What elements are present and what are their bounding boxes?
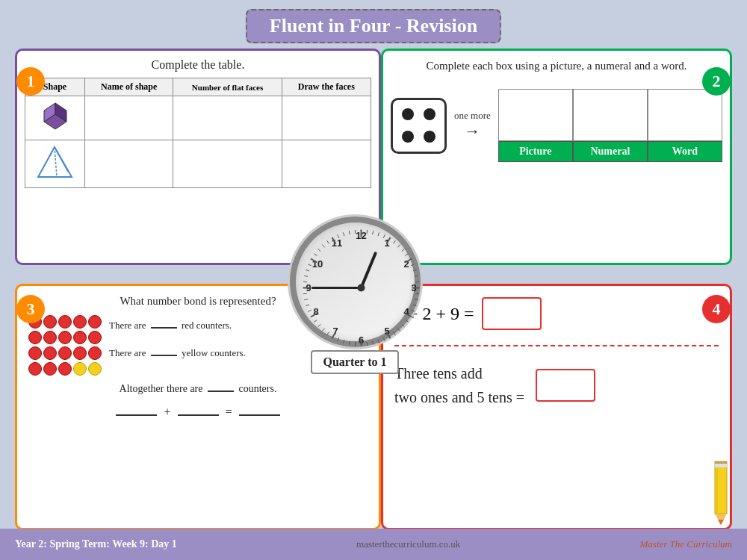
- equation-top: 4 + 2 + 9 =: [394, 297, 719, 330]
- col-draw: Draw the faces: [282, 78, 371, 96]
- counter: [73, 346, 87, 360]
- svg-line-37: [412, 305, 416, 306]
- svg-line-28: [405, 254, 408, 256]
- svg-line-56: [322, 329, 324, 332]
- svg-rect-84: [716, 467, 718, 514]
- svg-line-6: [55, 147, 68, 172]
- svg-line-31: [412, 270, 416, 271]
- svg-line-21: [372, 231, 373, 234]
- clock-container: // We'll do this in the JS section 12 1 …: [276, 217, 433, 374]
- one-more-label: one more: [454, 110, 491, 122]
- pyramid-name-cell[interactable]: [85, 140, 173, 188]
- svg-line-73: [326, 240, 329, 243]
- svg-marker-83: [718, 520, 724, 525]
- svg-line-25: [393, 240, 395, 243]
- pyramid-faces-cell[interactable]: [173, 140, 282, 188]
- counter-grid-3: [28, 346, 102, 360]
- svg-line-78: [355, 230, 356, 234]
- cube-draw-cell[interactable]: [282, 96, 371, 140]
- shape-table: Shape Name of shape Number of flat faces…: [25, 78, 371, 188]
- svg-line-42: [397, 329, 400, 332]
- counter: [73, 362, 87, 376]
- clock-center-dot: [357, 284, 365, 292]
- svg-line-32: [414, 276, 418, 276]
- counter: [58, 315, 72, 329]
- counter: [28, 331, 42, 344]
- answer-numeral-cell[interactable]: [573, 89, 648, 141]
- badge-1: 1: [16, 67, 45, 96]
- dice-dot-4: [424, 131, 436, 143]
- pencil-svg: [706, 454, 736, 529]
- page-title: Fluent in Four - Revision: [246, 9, 501, 43]
- counter: [58, 346, 72, 360]
- counter: [73, 331, 87, 344]
- answer-picture-cell[interactable]: [498, 89, 573, 141]
- shape-pyramid-cell: [25, 140, 85, 188]
- counter: [43, 346, 57, 360]
- svg-line-20: [367, 230, 368, 234]
- svg-line-62: [304, 299, 308, 300]
- counter-grid-2: [28, 331, 102, 344]
- clock-label: Quarter to 1: [311, 350, 398, 374]
- counters-text: There are red counters. There are yellow…: [109, 315, 246, 364]
- svg-line-77: [349, 231, 350, 234]
- dice-dot-1: [402, 108, 414, 120]
- svg-line-46: [378, 340, 379, 343]
- section2-content: one more → Picture Numeral Word: [391, 89, 722, 162]
- answer-grid-headers: Picture Numeral Word: [498, 141, 722, 162]
- section1-title: Complete the table.: [25, 58, 371, 72]
- header-numeral: Numeral: [573, 141, 648, 162]
- eq-blank1: [116, 414, 157, 416]
- col-faces: Number of flat faces: [173, 78, 282, 96]
- clock-svg: // We'll do this in the JS section 12 1 …: [296, 223, 427, 353]
- svg-rect-81: [715, 461, 727, 464]
- altogether-text: Altogether there are counters.: [28, 383, 368, 395]
- counter: [88, 346, 102, 360]
- svg-line-57: [317, 324, 320, 326]
- pyramid-icon: [34, 143, 75, 184]
- section2-box: Complete each box using a picture, a num…: [381, 49, 732, 265]
- counter: [88, 362, 102, 376]
- pyramid-draw-cell[interactable]: [282, 140, 371, 188]
- footer-website: masterthecurriculum.co.uk: [356, 538, 460, 550]
- section4-box: 4 + 2 + 9 = Three tens addtwo ones and 5…: [381, 284, 732, 530]
- svg-line-55: [326, 332, 329, 335]
- cube-name-cell[interactable]: [85, 96, 173, 140]
- svg-line-65: [303, 281, 306, 282]
- svg-line-58: [314, 320, 317, 322]
- counter: [43, 315, 57, 329]
- counter-grid-4: [28, 362, 102, 376]
- svg-line-60: [308, 310, 311, 311]
- footer: Year 2: Spring Term: Week 9: Day 1 maste…: [0, 529, 747, 560]
- svg-line-76: [343, 232, 344, 236]
- svg-line-71: [317, 249, 320, 251]
- svg-line-47: [372, 341, 373, 345]
- svg-line-38: [411, 310, 415, 311]
- counter: [43, 331, 57, 344]
- header-word: Word: [648, 141, 722, 162]
- cube-icon: [37, 99, 74, 137]
- counter: [58, 331, 72, 344]
- svg-line-41: [401, 324, 404, 326]
- counter: [28, 346, 42, 360]
- footer-brand: Master The Curriculum: [640, 538, 733, 550]
- hour-hand-svg: [361, 253, 375, 287]
- col-name: Name of shape: [85, 78, 173, 96]
- section2-title: Complete each box using a picture, a num…: [391, 58, 722, 74]
- svg-line-52: [343, 340, 344, 343]
- counter: [28, 362, 42, 376]
- answer-rect-1[interactable]: [482, 297, 542, 330]
- dice-dot-3: [402, 131, 414, 143]
- svg-line-26: [397, 245, 400, 248]
- svg-line-45: [383, 337, 385, 341]
- answer-grid: Picture Numeral Word: [498, 89, 722, 162]
- counter: [88, 315, 102, 329]
- answer-word-cell[interactable]: [648, 89, 722, 141]
- dice-dot-2: [424, 108, 436, 120]
- divider: [394, 345, 719, 346]
- answer-rect-2[interactable]: [536, 369, 595, 402]
- counter: [43, 362, 57, 376]
- svg-line-72: [322, 245, 324, 248]
- cube-faces-cell[interactable]: [173, 96, 282, 140]
- svg-line-35: [415, 293, 419, 294]
